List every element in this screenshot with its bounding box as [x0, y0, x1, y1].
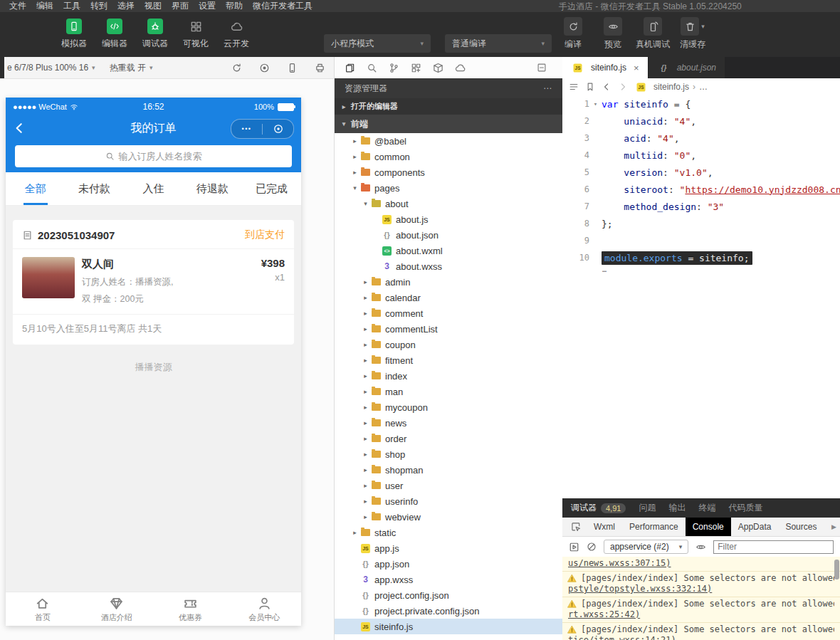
menu-item[interactable]: 转到 [85, 0, 112, 12]
tree-item-components[interactable]: ▸components [335, 164, 562, 180]
order-tab[interactable]: 入住 [124, 172, 183, 205]
blocks-icon-button[interactable] [411, 63, 421, 73]
toolbar-button-simulator[interactable]: 模拟器 [57, 19, 91, 50]
order-tab[interactable]: 已完成 [242, 172, 301, 205]
tabbar-item-home[interactable]: 首页 [6, 592, 80, 626]
tree-item-@babel[interactable]: ▸@babel [335, 133, 562, 149]
menu-item[interactable]: 编辑 [31, 0, 58, 12]
order-card[interactable]: 2023051034907 到店支付 双人间 订房人姓名：播播资源, 双 押金：… [13, 220, 294, 345]
tree-item-man[interactable]: ▸man [335, 384, 562, 399]
menu-item[interactable]: 设置 [194, 0, 221, 12]
execution-context-select[interactable]: appservice (#2) ▾ [604, 540, 688, 554]
expand-console-icon[interactable] [569, 542, 579, 552]
tree-item-order[interactable]: ▸order [335, 431, 562, 446]
toolbar-button-cloud[interactable]: 云开发 [219, 19, 253, 50]
navigate-forward-icon[interactable] [618, 82, 628, 92]
debugger-tab-输出[interactable]: 输出 [668, 502, 686, 514]
tree-item-app.js[interactable]: JSapp.js [335, 540, 562, 556]
tree-item-static[interactable]: ▸static [335, 525, 562, 540]
tree-item-fitment[interactable]: ▸fitment [335, 352, 562, 368]
menu-item[interactable]: 文件 [4, 0, 31, 12]
record-button[interactable] [259, 63, 270, 73]
console-filter-input[interactable] [713, 540, 834, 554]
devtools-tab-Sources[interactable]: Sources [778, 518, 824, 536]
git-icon-button[interactable] [389, 63, 399, 73]
editor-tab-about.json[interactable]: {}about.json [648, 57, 725, 78]
files-icon-button[interactable] [345, 63, 355, 73]
device-select[interactable]: e 6/7/8 Plus 100% 16 ▾ [0, 57, 103, 78]
tabbar-item-ticket[interactable]: 优惠券 [154, 592, 228, 626]
action-button-preview[interactable]: 预览 [597, 17, 629, 51]
debugger-tab-调试器[interactable]: 调试器4,91 [571, 502, 626, 514]
tabbar-item-gem[interactable]: 酒店介绍 [80, 592, 154, 626]
close-target-icon[interactable] [263, 123, 293, 135]
tree-item-calendar[interactable]: ▸calendar [335, 290, 562, 305]
pkg-icon-button[interactable] [433, 63, 443, 73]
tree-item-index[interactable]: ▸index [335, 368, 562, 384]
menu-item[interactable]: 工具 [58, 0, 85, 12]
project-root-section[interactable]: ▾ 前端 [335, 115, 562, 133]
tree-item-webview[interactable]: ▸webview [335, 509, 562, 525]
tree-item-about[interactable]: ▾about [335, 196, 562, 211]
tree-item-admin[interactable]: ▸admin [335, 274, 562, 290]
toolbar-button-debugger[interactable]: 调试器 [138, 19, 172, 50]
debugger-tab-问题[interactable]: 问题 [639, 502, 656, 514]
tree-item-about.wxss[interactable]: 3about.wxss [335, 258, 562, 274]
tree-item-pages[interactable]: ▾pages [335, 180, 562, 196]
tree-item-common[interactable]: ▸common [335, 149, 562, 164]
action-button-remote[interactable]: 真机调试 [636, 17, 669, 51]
tree-item-about.wxml[interactable]: <>about.wxml [335, 243, 562, 258]
devtools-tab-AppData[interactable]: AppData [731, 518, 779, 536]
menu-item[interactable]: 界面 [167, 0, 194, 12]
code-area[interactable]: 1▾var siteinfo = {2 uniacid: "4",3 acid:… [562, 95, 840, 498]
console-source-link[interactable]: rt.wxss:25:42) [568, 609, 834, 620]
tree-item-shopman[interactable]: ▸shopman [335, 462, 562, 478]
scrollbar-thumb[interactable] [834, 560, 839, 579]
order-tab[interactable]: 未付款 [65, 172, 124, 205]
debugger-tab-终端[interactable]: 终端 [698, 502, 715, 514]
tree-item-comment[interactable]: ▸comment [335, 305, 562, 321]
tree-item-app.wxss[interactable]: 3app.wxss [335, 572, 562, 587]
tree-item-userinfo[interactable]: ▸userinfo [335, 493, 562, 509]
editor-tab-siteinfo.js[interactable]: JSsiteinfo.js× [562, 57, 648, 78]
menu-item[interactable]: 帮助 [221, 0, 248, 12]
console-source-link[interactable]: us/news.wxss:307:15) [568, 558, 834, 569]
more-actions-icon[interactable]: ⋯ [543, 83, 552, 93]
devtools-tab-Wxml[interactable]: Wxml [587, 518, 622, 536]
menu-item[interactable]: 微信开发者工具 [248, 0, 317, 12]
tree-item-user[interactable]: ▸user [335, 478, 562, 493]
tree-item-project.private.config.json[interactable]: {}project.private.config.json [335, 603, 562, 619]
collapse-folders-button[interactable] [537, 63, 547, 73]
menu-item[interactable]: 视图 [140, 0, 167, 12]
tree-item-project.config.json[interactable]: {}project.config.json [335, 587, 562, 603]
eye-icon[interactable] [695, 542, 706, 552]
action-button-compile[interactable]: 编译 [557, 17, 589, 51]
hot-reload-toggle[interactable]: 热重载 开 ▾ [103, 57, 160, 78]
more-menu-icon[interactable]: ••• [231, 125, 262, 132]
debugger-tab-代码质量[interactable]: 代码质量 [728, 502, 762, 514]
tree-item-news[interactable]: ▸news [335, 415, 562, 431]
more-tabs-icon[interactable]: ▶ [831, 523, 836, 530]
tree-item-commentList[interactable]: ▸commentList [335, 321, 562, 337]
search-icon-button[interactable] [367, 63, 377, 73]
tree-item-siteinfo.js[interactable]: JSsiteinfo.js [335, 619, 562, 634]
tree-item-about.json[interactable]: {}about.json [335, 227, 562, 243]
inspect-element-icon[interactable] [571, 522, 581, 532]
fold-icon[interactable]: ▾ [589, 100, 602, 107]
devtools-tab-Performance[interactable]: Performance [622, 518, 686, 536]
order-tab[interactable]: 全部 [6, 172, 65, 205]
menu-item[interactable]: 选择 [112, 0, 140, 12]
navigate-back-icon[interactable] [602, 82, 611, 92]
toolbar-button-editor[interactable]: 编辑器 [98, 19, 132, 50]
clear-console-icon[interactable] [587, 542, 597, 552]
back-button[interactable] [13, 122, 26, 135]
tabbar-item-person[interactable]: 会员中心 [227, 592, 301, 626]
bookmark-icon[interactable] [585, 82, 595, 92]
close-tab-icon[interactable]: × [634, 63, 639, 73]
tree-item-app.json[interactable]: {}app.json [335, 556, 562, 572]
order-tab[interactable]: 待退款 [183, 172, 242, 205]
shot-button[interactable] [315, 63, 325, 73]
tree-item-about.js[interactable]: JSabout.js [335, 211, 562, 227]
console-source-link[interactable]: pstyle/topstyle.wxss:332:14) [568, 584, 834, 594]
tree-item-coupon[interactable]: ▸coupon [335, 337, 562, 352]
